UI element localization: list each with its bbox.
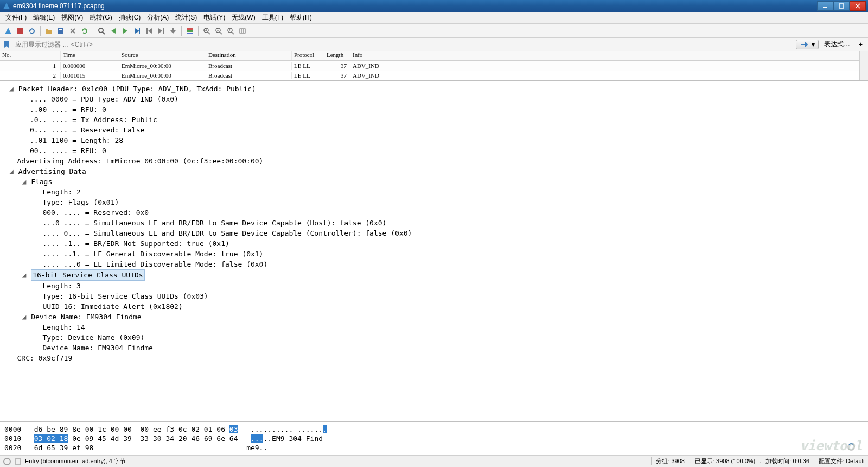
reload-button[interactable] — [79, 25, 91, 37]
tree-packet-header[interactable]: Packet Header: 0x1c00 (PDU Type: ADV_IND… — [18, 85, 256, 93]
bookmark-icon[interactable] — [2, 40, 11, 49]
filterbar: ▾ 表达式… + — [0, 38, 868, 51]
tree-device-name[interactable]: Device Name: EM9304 Findme — [31, 313, 142, 321]
menu-goto[interactable]: 跳转(G) — [86, 12, 115, 23]
hex-ascii[interactable]: .......... ...... — [251, 425, 323, 433]
expression-button[interactable]: 表达式… — [821, 40, 853, 49]
tree-item[interactable]: .... 0... = Simultaneous LE and BR/EDR t… — [42, 229, 412, 237]
zoom-out-button[interactable] — [213, 25, 225, 37]
svg-rect-6 — [139, 28, 140, 34]
hex-offset: 0000 — [4, 425, 21, 433]
tree-item[interactable]: Length: 14 — [42, 323, 85, 331]
hex-pane[interactable]: 0000 d6 be 89 8e 00 1c 00 00 00 ee f3 0c… — [0, 422, 868, 455]
tree-item[interactable]: UUID 16: Immediate Alert (0x1802) — [42, 302, 182, 311]
autoscroll-button[interactable] — [167, 25, 179, 37]
first-button[interactable] — [143, 25, 155, 37]
close-button[interactable] — [850, 1, 866, 11]
col-header-time[interactable]: Time — [61, 51, 119, 60]
col-header-info[interactable]: Info — [350, 51, 859, 60]
menu-tools[interactable]: 工具(T) — [259, 12, 286, 23]
tree-toggle[interactable]: ◢ — [21, 270, 27, 280]
status-loadtime: 加载时间: 0:0.36 — [765, 457, 809, 465]
menu-analyze[interactable]: 分析(A) — [144, 12, 172, 23]
col-header-dest[interactable]: Destination — [206, 51, 292, 60]
add-filter-button[interactable]: + — [856, 41, 866, 48]
tree-adv-data[interactable]: Advertising Data — [18, 167, 86, 175]
hex-bytes[interactable]: 6d 65 39 ef 98 — [34, 444, 94, 452]
col-header-no[interactable]: No. — [0, 51, 61, 60]
minimize-button[interactable] — [817, 1, 833, 11]
hex-ascii[interactable]: ..EM9 304 Find — [263, 434, 323, 443]
stop-capture-button[interactable] — [14, 25, 26, 37]
colorize-button[interactable] — [184, 25, 196, 37]
tree-item[interactable]: Length: 2 — [42, 188, 80, 196]
menu-telephony[interactable]: 电话(Y) — [200, 12, 228, 23]
hex-bytes[interactable]: d6 be 89 8e 00 1c 00 00 00 ee f3 0c 02 0… — [34, 425, 229, 433]
menu-help[interactable]: 帮助(H) — [286, 12, 315, 23]
tree-item[interactable]: Type: 16-bit Service Class UUIDs (0x03) — [42, 292, 208, 300]
packet-list[interactable]: No. Time Source Destination Protocol Len… — [0, 51, 868, 81]
menu-capture[interactable]: 捕获(C) — [116, 12, 144, 23]
maximize-button[interactable] — [833, 1, 850, 11]
start-capture-button[interactable] — [2, 25, 14, 37]
zoom-reset-button[interactable]: 1 — [225, 25, 237, 37]
tree-item[interactable]: Type: Device Name (0x09) — [42, 333, 144, 342]
open-button[interactable] — [43, 25, 55, 37]
tree-item[interactable]: ..00 .... = RFU: 0 — [30, 105, 106, 113]
apply-filter-button[interactable]: ▾ — [796, 40, 819, 49]
table-row[interactable]: 20.001015EmMicroe_00:00:00BroadcastLE LL… — [0, 71, 859, 80]
tree-item[interactable]: ...0 .... = Simultaneous LE and BR/EDR t… — [42, 219, 386, 227]
tree-item[interactable]: 000. .... = Reserved: 0x0 — [42, 209, 149, 217]
col-header-protocol[interactable]: Protocol — [292, 51, 324, 60]
menu-edit[interactable]: 编辑(E) — [30, 12, 58, 23]
tree-toggle[interactable]: ◢ — [21, 312, 27, 322]
last-button[interactable] — [155, 25, 167, 37]
col-header-source[interactable]: Source — [119, 51, 206, 60]
tree-item[interactable]: Device Name: EM9304 Findme — [42, 344, 153, 352]
hex-bytes-selected[interactable]: 03 — [229, 425, 238, 433]
display-filter-input[interactable] — [13, 40, 794, 49]
hex-bytes[interactable]: 0e 09 45 4d 39 33 30 34 20 46 69 6e 64 — [68, 434, 238, 443]
tree-flags[interactable]: Flags — [31, 178, 52, 186]
tree-item[interactable]: Type: Flags (0x01) — [42, 198, 119, 206]
close-file-button[interactable] — [67, 25, 79, 37]
tree-svc-uuid-selected[interactable]: 16-bit Service Class UUIDs — [31, 269, 145, 281]
tree-toggle[interactable]: ◢ — [9, 84, 14, 94]
goto-packet-button[interactable] — [131, 25, 143, 37]
tree-item[interactable]: 00.. .... = RFU: 0 — [30, 147, 106, 155]
hex-ascii-selected[interactable]: ... — [251, 434, 263, 443]
menu-view[interactable]: 视图(V) — [58, 12, 86, 23]
packet-list-scrollbar[interactable] — [859, 51, 868, 80]
hex-ascii[interactable]: me9.. — [246, 444, 267, 452]
resize-columns-button[interactable] — [237, 25, 248, 37]
tree-item[interactable]: ..01 1100 = Length: 28 — [30, 136, 123, 144]
tree-item[interactable]: .... ..1. = LE General Discoverable Mode… — [42, 250, 263, 258]
zoom-in-button[interactable] — [201, 25, 213, 37]
packet-details[interactable]: ◢ Packet Header: 0x1c00 (PDU Type: ADV_I… — [0, 81, 868, 422]
tree-item[interactable]: .0.. .... = Tx Address: Public — [30, 116, 157, 124]
next-button[interactable] — [119, 25, 131, 37]
expert-info-icon[interactable] — [3, 458, 11, 465]
status-profile[interactable]: 配置文件: Default — [814, 457, 865, 465]
restart-capture-button[interactable] — [26, 25, 38, 37]
hex-bytes-selected[interactable]: 03 02 18 — [34, 434, 68, 443]
tree-toggle[interactable]: ◢ — [9, 166, 14, 176]
col-header-length[interactable]: Length — [324, 51, 350, 60]
tree-item[interactable]: .... ...0 = LE Limited Discoverable Mode… — [42, 260, 267, 268]
tree-item[interactable]: .... .1.. = BR/EDR Not Supported: true (… — [42, 239, 229, 248]
menu-file[interactable]: 文件(F) — [2, 12, 30, 23]
menu-wireless[interactable]: 无线(W) — [228, 12, 258, 23]
tree-toggle[interactable]: ◢ — [21, 176, 27, 187]
prev-button[interactable] — [107, 25, 119, 37]
table-row[interactable]: 10.000000EmMicroe_00:00:00BroadcastLE LL… — [0, 61, 859, 71]
save-button[interactable] — [55, 25, 67, 37]
menu-stats[interactable]: 统计(S) — [172, 12, 200, 23]
tree-item[interactable]: 0... .... = Reserved: False — [30, 126, 144, 134]
svg-point-5 — [99, 28, 103, 33]
hex-ascii-selected[interactable]: . — [323, 425, 327, 433]
find-button[interactable] — [95, 25, 107, 37]
tree-item[interactable]: Advertising Address: EmMicroe_00:00:00 (… — [17, 157, 263, 165]
tree-item[interactable]: .... 0000 = PDU Type: ADV_IND (0x0) — [30, 95, 178, 103]
tree-item[interactable]: CRC: 0x9cf719 — [17, 354, 72, 362]
tree-item[interactable]: Length: 3 — [42, 282, 80, 290]
